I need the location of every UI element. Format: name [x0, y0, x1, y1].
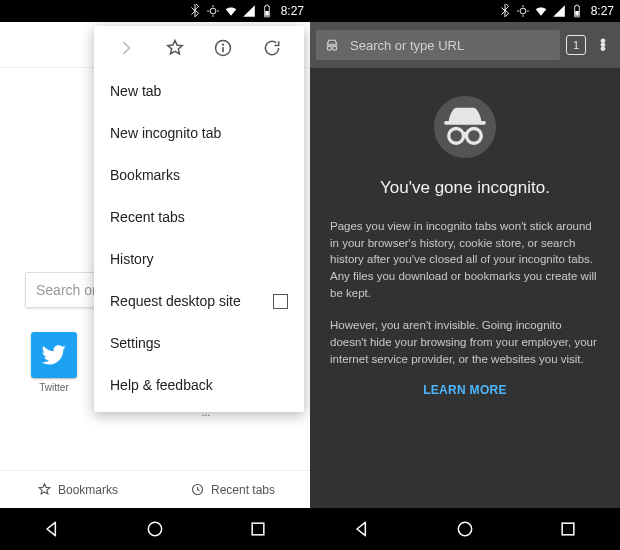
incognito-paragraph-2: However, you aren't invisible. Going inc… [330, 317, 600, 367]
menu-item-bookmarks[interactable]: Bookmarks [94, 154, 304, 196]
menu-item-settings[interactable]: Settings [94, 322, 304, 364]
status-bar: 8:27 [310, 0, 620, 22]
star-icon [37, 482, 52, 497]
menu-item-request-desktop[interactable]: Request desktop site [94, 280, 304, 322]
back-nav-icon[interactable] [352, 519, 372, 539]
omnibox-incognito: Search or type URL 1 ••• [310, 22, 620, 68]
svg-point-0 [210, 8, 216, 14]
status-clock: 8:27 [591, 4, 614, 18]
learn-more-link[interactable]: LEARN MORE [330, 383, 600, 397]
desktop-site-checkbox[interactable] [273, 294, 288, 309]
svg-point-4 [222, 44, 224, 46]
incognito-title: You've gone incognito. [330, 178, 600, 198]
forward-icon[interactable] [116, 38, 136, 58]
bluetooth-icon [498, 4, 512, 18]
twitter-icon [41, 342, 67, 368]
svg-rect-7 [252, 523, 264, 535]
svg-point-6 [148, 522, 161, 535]
ntp-bottom-links: Bookmarks Recent tabs [0, 470, 310, 508]
url-field[interactable]: Search or type URL [316, 30, 560, 60]
info-icon[interactable] [213, 38, 233, 58]
bluetooth-icon [188, 4, 202, 18]
status-bar: 8:27 [0, 0, 310, 22]
battery-icon [260, 4, 274, 18]
url-placeholder: Search or type URL [350, 38, 464, 53]
refresh-icon[interactable] [262, 38, 282, 58]
wifi-icon [534, 4, 548, 18]
recent-tabs-label: Recent tabs [211, 483, 275, 497]
home-nav-icon[interactable] [145, 519, 165, 539]
android-nav-bar [310, 508, 620, 550]
svg-rect-5 [222, 47, 224, 52]
menu-item-new-tab[interactable]: New tab [94, 70, 304, 112]
incognito-paragraph-1: Pages you view in incognito tabs won't s… [330, 218, 600, 301]
recents-nav-icon[interactable] [248, 519, 268, 539]
incognito-small-icon [324, 37, 340, 53]
clock-icon [190, 482, 205, 497]
locate-icon [206, 4, 220, 18]
cell-signal-icon [552, 4, 566, 18]
star-icon[interactable] [165, 38, 185, 58]
phone-left-chrome-menu: 8:27 Search or type URL Twitter T [0, 0, 310, 550]
wifi-icon [224, 4, 238, 18]
phone-right-incognito: 8:27 Search or type URL 1 ••• [310, 0, 620, 550]
battery-icon [570, 4, 584, 18]
incognito-large-icon [330, 90, 600, 164]
shortcut-twitter[interactable]: Twitter [25, 332, 83, 420]
shortcut-label: Twitter [39, 382, 68, 395]
menu-item-help[interactable]: Help & feedback [94, 364, 304, 406]
svg-rect-11 [444, 121, 485, 125]
svg-rect-1 [265, 11, 269, 16]
bookmarks-label: Bookmarks [58, 483, 118, 497]
locate-icon [516, 4, 530, 18]
menu-item-recent-tabs[interactable]: Recent tabs [94, 196, 304, 238]
menu-item-history[interactable]: History [94, 238, 304, 280]
overflow-menu: New tab New incognito tab Bookmarks Rece… [94, 26, 304, 412]
tab-switcher[interactable]: 1 [566, 35, 586, 55]
status-clock: 8:27 [281, 4, 304, 18]
svg-rect-15 [562, 523, 574, 535]
recent-tabs-link[interactable]: Recent tabs [155, 471, 310, 508]
menu-item-new-incognito[interactable]: New incognito tab [94, 112, 304, 154]
svg-point-8 [520, 8, 526, 14]
overflow-menu-button[interactable]: ••• [592, 39, 614, 51]
svg-point-10 [434, 96, 496, 158]
home-nav-icon[interactable] [455, 519, 475, 539]
svg-point-14 [458, 522, 471, 535]
recents-nav-icon[interactable] [558, 519, 578, 539]
svg-rect-9 [575, 11, 579, 16]
cell-signal-icon [242, 4, 256, 18]
back-nav-icon[interactable] [42, 519, 62, 539]
android-nav-bar [0, 508, 310, 550]
bookmarks-link[interactable]: Bookmarks [0, 471, 155, 508]
